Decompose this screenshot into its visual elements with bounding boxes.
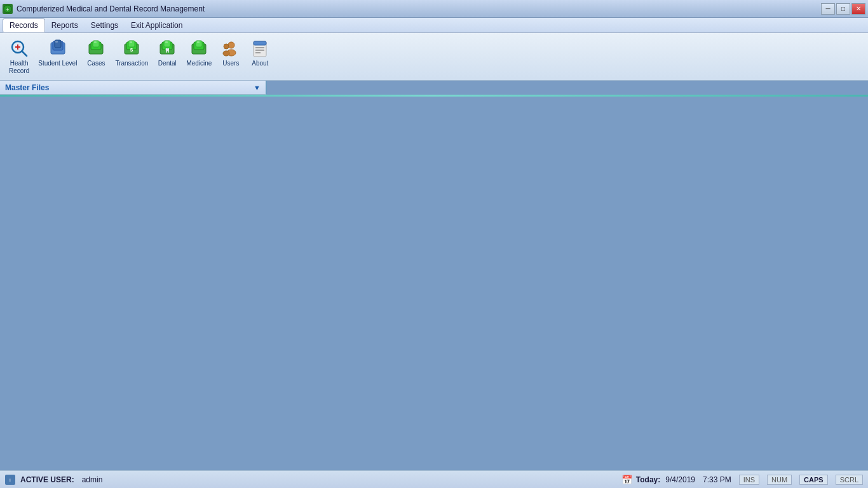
cases-icon (86, 38, 106, 58)
menu-bar: Records Reports Settings Exit Applicatio… (0, 18, 868, 33)
toolbar: HealthRecord Student Level Cases (0, 33, 868, 81)
toolbar-btn-student-level[interactable]: Student Level (34, 36, 81, 70)
medicine-label: Medicine (186, 60, 212, 67)
svg-point-31 (223, 51, 229, 56)
ins-key: INS (739, 475, 759, 485)
svg-text:+: + (6, 6, 9, 13)
users-label: Users (222, 60, 239, 67)
svg-text:$: $ (130, 47, 133, 53)
svg-point-28 (228, 42, 234, 48)
menu-item-exit[interactable]: Exit Application (125, 19, 189, 32)
toolbar-btn-medicine[interactable]: Medicine (182, 36, 215, 70)
menu-item-settings[interactable]: Settings (85, 19, 125, 32)
restore-button[interactable]: □ (836, 3, 850, 15)
toolbar-btn-dental[interactable]: 🦷 Dental (153, 36, 181, 70)
section-bar: Master Files ▼ (0, 81, 267, 95)
svg-line-3 (22, 51, 27, 57)
svg-text:🦷: 🦷 (165, 48, 170, 53)
svg-rect-13 (94, 41, 97, 43)
scrl-key: SCRL (836, 475, 863, 485)
svg-rect-22 (165, 41, 168, 43)
time-value: 7:33 PM (703, 475, 731, 484)
num-key: NUM (767, 475, 792, 485)
about-label: About (252, 60, 268, 67)
users-icon (220, 38, 241, 58)
title-left: + Computerized Medical and Dental Record… (3, 4, 205, 14)
toolbar-btn-transaction[interactable]: $ Transaction (111, 36, 152, 70)
student-level-icon (48, 38, 68, 58)
toolbar-btn-users[interactable]: Users (217, 36, 245, 70)
svg-rect-27 (197, 41, 200, 43)
dental-icon: 🦷 (157, 38, 177, 58)
toolbar-btn-about[interactable]: About (246, 36, 274, 70)
date-value: 9/4/2019 (665, 475, 695, 484)
svg-rect-9 (55, 41, 58, 43)
about-icon (250, 38, 270, 58)
main-content (0, 97, 868, 484)
dental-label: Dental (158, 60, 177, 67)
calendar-icon: 📅 (621, 475, 632, 485)
app-icon: + (3, 4, 13, 14)
status-user-label: ACTIVE USER: (20, 475, 74, 484)
status-user-value: admin (82, 475, 103, 484)
status-icon: i (5, 475, 15, 485)
status-bar: i ACTIVE USER: admin 📅 Today: 9/4/2019 7… (0, 470, 868, 488)
section-label: Master Files (5, 83, 49, 92)
menu-item-reports[interactable]: Reports (45, 19, 85, 32)
health-record-label: HealthRecord (9, 60, 29, 75)
status-right: 📅 Today: 9/4/2019 7:33 PM INS NUM CAPS S… (621, 475, 863, 485)
svg-rect-33 (254, 41, 266, 45)
title-controls: ─ □ ✕ (821, 3, 865, 15)
close-button[interactable]: ✕ (851, 3, 865, 15)
today-label: Today: (636, 475, 660, 484)
cases-label: Cases (87, 60, 105, 67)
medicine-icon (189, 38, 209, 58)
toolbar-btn-cases[interactable]: Cases (82, 36, 110, 70)
student-level-label: Student Level (38, 60, 77, 67)
transaction-label: Transaction (115, 60, 148, 67)
title-bar: + Computerized Medical and Dental Record… (0, 0, 868, 18)
health-record-icon (9, 38, 29, 58)
section-expand-icon[interactable]: ▼ (254, 84, 261, 92)
toolbar-btn-health-record[interactable]: HealthRecord (5, 36, 33, 78)
transaction-icon: $ (121, 38, 142, 58)
svg-rect-17 (130, 41, 132, 43)
menu-item-records[interactable]: Records (3, 18, 45, 32)
minimize-button[interactable]: ─ (821, 3, 835, 15)
svg-text:i: i (10, 477, 11, 483)
svg-point-30 (224, 44, 229, 49)
app-title: Computerized Medical and Dental Record M… (17, 4, 205, 13)
caps-key: CAPS (799, 475, 828, 485)
